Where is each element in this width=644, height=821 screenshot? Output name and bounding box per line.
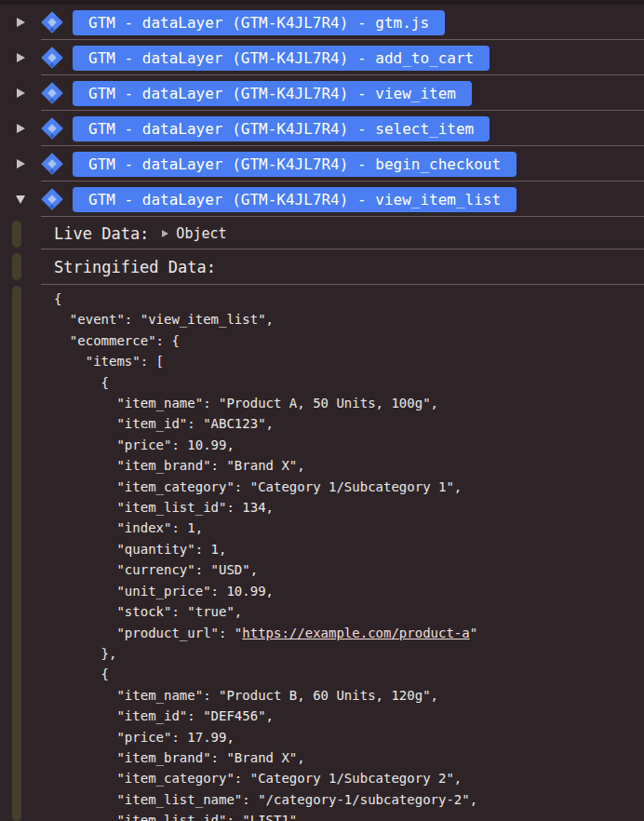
json-line: "item_list_id": 134, xyxy=(54,497,644,518)
json-line: "item_category": "Category 1/Subcategory… xyxy=(54,477,644,497)
stringified-data-label: Stringified Data: xyxy=(54,258,216,276)
json-line: { xyxy=(54,289,644,309)
json-line: "item_category": "Category 1/Subcategory… xyxy=(54,768,644,788)
gtm-diamond-icon xyxy=(41,47,63,69)
event-badge[interactable]: GTM - dataLayer (GTM-K4JL7R4) - view_ite… xyxy=(73,187,517,212)
json-line: "item_id": "ABC123", xyxy=(54,413,644,434)
event-badge[interactable]: GTM - dataLayer (GTM-K4JL7R4) - begin_ch… xyxy=(73,152,517,177)
expand-arrow[interactable] xyxy=(0,53,41,62)
live-data-label: Live Data: xyxy=(54,224,149,243)
gutter-marker xyxy=(12,286,21,821)
event-row-begin-checkout[interactable]: GTM - dataLayer (GTM-K4JL7R4) - begin_ch… xyxy=(0,146,644,182)
json-line: "index": 1, xyxy=(54,518,644,538)
gtm-diamond-icon xyxy=(41,188,63,210)
json-line: "item_list_name": "/category-1/subcatego… xyxy=(54,789,644,810)
json-text: "product_url": " xyxy=(54,626,242,640)
gtm-diamond-icon xyxy=(41,82,63,104)
chevron-right-icon xyxy=(162,230,168,237)
gtm-diamond-icon xyxy=(41,11,63,34)
chevron-right-icon xyxy=(17,18,25,27)
product-url-link[interactable]: https://example.com/product-a xyxy=(242,626,469,640)
json-output: { "event": "view_item_list", "ecommerce"… xyxy=(0,285,644,821)
json-line: "item_name": "Product A, 50 Units, 100g"… xyxy=(54,393,644,413)
event-row-add-to-cart[interactable]: GTM - dataLayer (GTM-K4JL7R4) - add_to_c… xyxy=(0,40,644,75)
chevron-down-icon xyxy=(16,195,25,204)
json-line: "item_brand": "Brand X", xyxy=(54,747,644,768)
json-line: "event": "view_item_list", xyxy=(54,309,644,330)
json-line: "price": 10.99, xyxy=(54,435,644,455)
event-list: GTM - dataLayer (GTM-K4JL7R4) - gtm.js G… xyxy=(0,5,644,217)
detail-separator xyxy=(41,284,644,285)
event-row-select-item[interactable]: GTM - dataLayer (GTM-K4JL7R4) - select_i… xyxy=(0,111,644,146)
expand-arrow[interactable] xyxy=(0,124,41,133)
json-line: "item_name": "Product B, 60 Units, 120g"… xyxy=(54,685,644,706)
event-row-view-item[interactable]: GTM - dataLayer (GTM-K4JL7R4) - view_ite… xyxy=(0,75,644,111)
json-line: "items": [ xyxy=(54,351,644,371)
chevron-right-icon xyxy=(17,124,25,133)
event-details: Live Data: Object Stringified Data: { "e… xyxy=(0,217,644,821)
json-line: "ecommerce": { xyxy=(54,330,644,351)
json-line: { xyxy=(54,664,644,684)
event-badge[interactable]: GTM - dataLayer (GTM-K4JL7R4) - select_i… xyxy=(73,116,490,141)
json-line: }, xyxy=(54,643,644,664)
json-line: "item_id": "DEF456", xyxy=(54,706,644,726)
object-label: Object xyxy=(176,225,226,242)
json-line: "quantity": 1, xyxy=(54,539,644,559)
chevron-right-icon xyxy=(17,88,25,98)
json-line: "stock": "true", xyxy=(54,601,644,622)
json-text: " xyxy=(470,626,477,640)
chevron-right-icon xyxy=(17,159,25,168)
gtm-diamond-icon xyxy=(41,117,63,140)
event-badge[interactable]: GTM - dataLayer (GTM-K4JL7R4) - view_ite… xyxy=(73,81,472,106)
stringified-data-row: Stringified Data: xyxy=(0,249,644,285)
gtm-diamond-icon xyxy=(41,153,63,175)
event-row-gtm-js[interactable]: GTM - dataLayer (GTM-K4JL7R4) - gtm.js xyxy=(0,5,644,40)
gutter-marker xyxy=(12,253,21,280)
json-line: "item_list_id": "LIST1" xyxy=(54,810,644,821)
expand-arrow[interactable] xyxy=(0,18,41,27)
chevron-right-icon xyxy=(17,53,25,62)
event-row-view-item-list[interactable]: GTM - dataLayer (GTM-K4JL7R4) - view_ite… xyxy=(0,182,644,217)
json-line-product-url: "product_url": "https://example.com/prod… xyxy=(54,623,644,643)
expand-arrow[interactable] xyxy=(0,159,41,168)
collapse-arrow[interactable] xyxy=(0,195,41,204)
json-line: "item_brand": "Brand X", xyxy=(54,455,644,476)
live-data-row: Live Data: Object xyxy=(0,217,644,249)
gutter-marker xyxy=(12,221,21,248)
event-badge[interactable]: GTM - dataLayer (GTM-K4JL7R4) - add_to_c… xyxy=(73,46,490,71)
json-line: "price": 17.99, xyxy=(54,727,644,747)
json-line: "currency": "USD", xyxy=(54,559,644,580)
event-badge[interactable]: GTM - dataLayer (GTM-K4JL7R4) - gtm.js xyxy=(73,10,445,35)
object-expander[interactable]: Object xyxy=(162,225,226,242)
json-line: "unit_price": 10.99, xyxy=(54,581,644,601)
json-line: { xyxy=(54,372,644,393)
expand-arrow[interactable] xyxy=(0,88,41,98)
